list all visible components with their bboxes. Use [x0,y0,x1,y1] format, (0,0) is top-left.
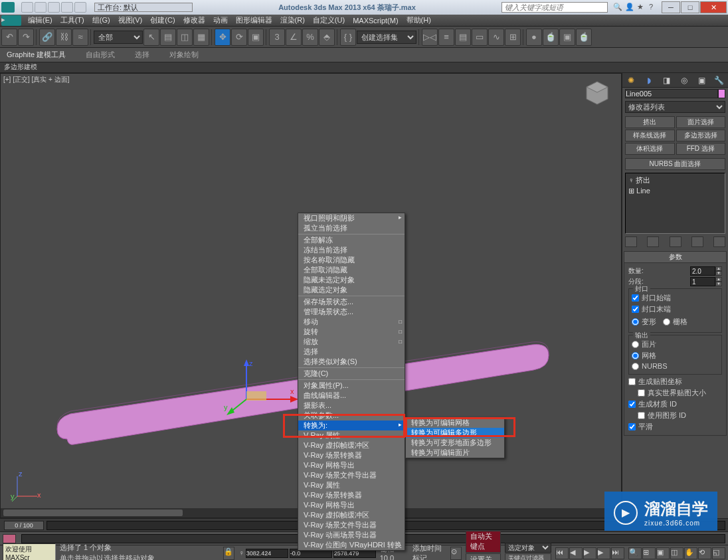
btn-patchsel[interactable]: 面片选择 [676,116,726,128]
segments-input[interactable] [690,277,715,286]
time-slider[interactable]: 0 / 100 [4,521,44,530]
maxscript-listener[interactable]: 欢迎使用 MAXScr [3,543,56,560]
realworld-checkbox[interactable] [638,389,645,397]
context-menu-item[interactable]: 选择 [298,347,405,357]
context-menu-item[interactable]: 隐藏选定对象 [298,285,405,295]
context-menu-item[interactable]: V-Ray 场景文件导出器 [298,520,405,530]
unlink-icon[interactable]: ⛓ [56,29,72,46]
select-rotate-icon[interactable]: ⟳ [231,29,247,46]
spinner-down-icon[interactable]: ▼ [715,271,722,276]
context-menu-item[interactable]: 隐藏未选定对象 [298,275,405,285]
menu-animation[interactable]: 动画 [209,15,232,25]
rendered-frame-icon[interactable]: ▣ [559,29,575,46]
context-submenu-item[interactable]: 转换为可编辑面片 [406,448,504,458]
named-selset-dropdown[interactable]: 创建选择集 [357,31,416,44]
btn-ffdsel[interactable]: FFD 选择 [676,143,726,155]
add-time-tag[interactable]: 添加时间标记 [412,543,446,561]
gen-mapcoords-checkbox[interactable] [628,378,636,385]
qat-new-icon[interactable] [21,2,33,13]
help-search-input[interactable] [501,2,608,13]
ribbon-tab-graphite[interactable]: Graphite 建模工具 [7,50,66,60]
pin-stack-icon[interactable] [625,236,637,247]
menu-views[interactable]: 视图(V) [114,15,147,25]
menu-group[interactable]: 组(G) [88,15,114,25]
render-setup-icon[interactable]: 🍵 [543,29,559,46]
qat-undo-icon[interactable] [61,2,73,13]
menu-customize[interactable]: 自定义(U) [309,15,349,25]
goto-end-icon[interactable]: ⏭ [611,547,624,559]
context-menu-item[interactable]: V-Ray 场景文件导出器 [298,470,405,480]
workspace-selector[interactable] [94,3,193,12]
context-menu-item[interactable]: 全部取消隐藏 [298,265,405,275]
layers-icon[interactable]: ▤ [455,29,471,46]
context-menu-item[interactable]: 视口照明和阴影 [298,213,405,223]
setkey-button[interactable]: 设置关键点 [466,553,501,560]
object-color-swatch[interactable] [718,89,725,98]
menu-maxscript[interactable]: MAXScript(M) [349,17,402,25]
context-menu-item[interactable]: V-Ray 位图向 VRayHDRI 转换 [298,540,405,550]
zoom-extents-icon[interactable]: ▣ [656,547,670,559]
context-menu-item[interactable]: 旋转□ [298,327,405,337]
motion-tab-icon[interactable]: ◎ [677,74,691,86]
context-menu-item[interactable]: 转换为: [298,420,405,430]
output-nurbs-radio[interactable] [632,363,639,370]
maximize-viewport-icon[interactable]: ◱ [712,547,725,559]
morph-radio[interactable] [632,318,639,326]
zoom-all-icon[interactable]: ⊞ [642,547,656,559]
ribbon-tab-freeform[interactable]: 自由形式 [86,50,115,60]
help-icon[interactable]: ? [649,3,658,12]
select-move-icon[interactable]: ✥ [215,29,230,46]
context-menu-item[interactable]: V-Ray 网格导出 [298,500,405,510]
link-icon[interactable]: 🔗 [39,29,55,46]
modifier-stack[interactable]: ♀ 挤出 ⊞ Line [625,173,725,234]
context-menu-item[interactable]: 选择类似对象(S) [298,357,405,367]
next-frame-icon[interactable]: ▶ [597,547,610,559]
context-menu-item[interactable]: V-Ray 场景转换器 [298,490,405,500]
context-menu-item[interactable]: V-Ray 属性 [298,480,405,490]
keyfilters-button[interactable]: 关键点过滤器 [505,553,551,560]
context-menu-item[interactable]: 移动□ [298,317,405,327]
spinner-snap-icon[interactable]: ⬘ [319,29,335,46]
snap-toggle-icon[interactable]: 3 [269,29,285,46]
key-selset-dropdown[interactable]: 选定对象 [505,543,551,553]
menu-create[interactable]: 创建(C) [146,15,179,25]
align-icon[interactable]: ≡ [438,29,454,46]
select-by-name-icon[interactable]: ▤ [160,29,176,46]
context-menu-item[interactable]: 保存场景状态... [298,297,405,307]
smooth-checkbox[interactable] [628,423,636,430]
context-menu-item[interactable]: V-Ray 属性 [298,430,405,440]
context-menu-item[interactable]: 关联参数... [298,411,405,420]
output-mesh-radio[interactable] [632,352,639,359]
favorite-icon[interactable]: ★ [637,3,646,12]
context-submenu-item[interactable]: 转换为可变形地面多边形 [406,438,504,448]
configure-sets-icon[interactable] [713,236,725,247]
context-menu-item[interactable]: 克隆(C) [298,369,405,379]
amount-input[interactable] [690,266,715,276]
app-menu-icon[interactable]: ▸ [1,15,21,26]
redo-icon[interactable]: ↷ [18,29,34,46]
angle-snap-icon[interactable]: ∠ [286,29,302,46]
qat-redo-icon[interactable] [74,2,86,13]
play-icon[interactable]: ▶ [583,547,596,559]
bind-spacewarp-icon[interactable]: ≈ [72,29,88,46]
display-tab-icon[interactable]: ▣ [694,74,709,86]
utilities-tab-icon[interactable]: 🔧 [712,74,727,86]
select-scale-icon[interactable]: ▣ [248,29,264,46]
ribbon-tab-selection[interactable]: 选择 [135,50,149,60]
btn-splinesel[interactable]: 样条线选择 [625,130,675,141]
context-submenu-item[interactable]: 转换为可编辑多边形 [406,428,504,438]
viewcube-icon[interactable] [581,78,613,110]
maximize-button[interactable]: □ [681,1,699,13]
menu-help[interactable]: 帮助(H) [403,15,435,25]
zoom-icon[interactable]: 🔍 [628,547,642,559]
cap-start-checkbox[interactable] [632,294,639,302]
context-menu-item[interactable]: 对象属性(P)... [298,381,405,391]
app-icon[interactable] [1,2,15,13]
context-menu-item[interactable]: 缩放□ [298,337,405,347]
btn-volsel[interactable]: 体积选择 [625,143,675,155]
context-menu-item[interactable]: 全部解冻 [298,235,405,245]
make-unique-icon[interactable] [670,236,682,247]
rollout-header[interactable]: 参数 [624,252,726,263]
window-crossing-icon[interactable]: ▦ [193,29,209,46]
isolate-icon[interactable]: ⊙ [450,547,462,560]
